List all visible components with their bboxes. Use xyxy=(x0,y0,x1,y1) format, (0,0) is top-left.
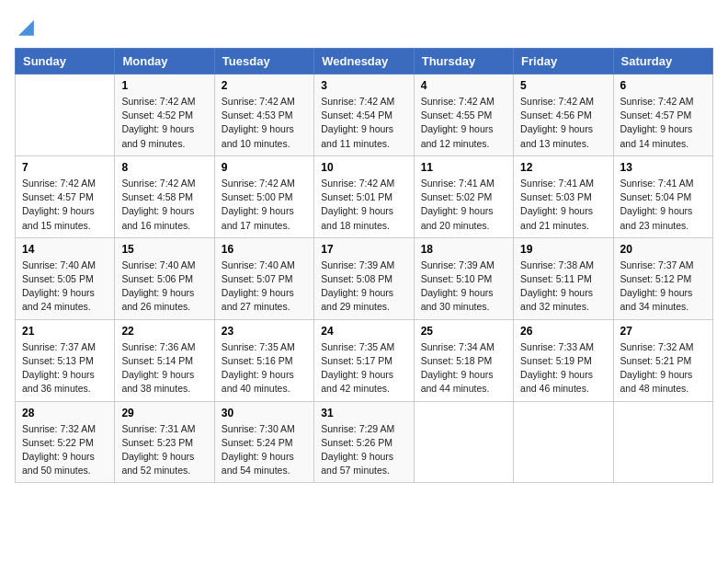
calendar-cell: 17Sunrise: 7:39 AMSunset: 5:08 PMDayligh… xyxy=(314,237,414,319)
day-info: Sunrise: 7:40 AMSunset: 5:06 PMDaylight:… xyxy=(121,259,207,315)
day-info: Sunrise: 7:41 AMSunset: 5:04 PMDaylight:… xyxy=(620,177,706,233)
day-info: Sunrise: 7:32 AMSunset: 5:22 PMDaylight:… xyxy=(22,422,108,478)
calendar-cell: 16Sunrise: 7:40 AMSunset: 5:07 PMDayligh… xyxy=(214,237,313,319)
day-info: Sunrise: 7:30 AMSunset: 5:24 PMDaylight:… xyxy=(222,422,307,478)
day-number: 29 xyxy=(121,407,207,419)
page-header: ◢ xyxy=(15,15,713,39)
calendar-cell: 4Sunrise: 7:42 AMSunset: 4:55 PMDaylight… xyxy=(414,75,513,156)
calendar-header-row: SundayMondayTuesdayWednesdayThursdayFrid… xyxy=(16,49,713,75)
day-info: Sunrise: 7:32 AMSunset: 5:21 PMDaylight:… xyxy=(620,340,706,396)
calendar-cell: 14Sunrise: 7:40 AMSunset: 5:05 PMDayligh… xyxy=(16,237,115,319)
calendar-cell: 30Sunrise: 7:30 AMSunset: 5:24 PMDayligh… xyxy=(214,401,313,483)
day-number: 19 xyxy=(520,243,606,256)
calendar-cell: 22Sunrise: 7:36 AMSunset: 5:14 PMDayligh… xyxy=(115,319,214,401)
day-info: Sunrise: 7:42 AMSunset: 5:01 PMDaylight:… xyxy=(321,177,406,233)
day-number: 25 xyxy=(421,325,506,338)
day-info: Sunrise: 7:42 AMSunset: 4:54 PMDaylight:… xyxy=(321,95,406,151)
day-info: Sunrise: 7:40 AMSunset: 5:07 PMDaylight:… xyxy=(222,259,307,315)
calendar-cell xyxy=(613,401,712,483)
calendar-cell: 11Sunrise: 7:41 AMSunset: 5:02 PMDayligh… xyxy=(414,155,513,237)
day-info: Sunrise: 7:35 AMSunset: 5:16 PMDaylight:… xyxy=(222,340,307,396)
day-number: 10 xyxy=(321,161,406,174)
calendar-cell: 28Sunrise: 7:32 AMSunset: 5:22 PMDayligh… xyxy=(16,401,115,483)
calendar-cell: 1Sunrise: 7:42 AMSunset: 4:52 PMDaylight… xyxy=(115,75,214,156)
calendar-week-row: 1Sunrise: 7:42 AMSunset: 4:52 PMDaylight… xyxy=(16,75,713,156)
day-number: 2 xyxy=(222,79,307,92)
calendar-cell: 27Sunrise: 7:32 AMSunset: 5:21 PMDayligh… xyxy=(613,319,712,401)
col-header-sunday: Sunday xyxy=(16,49,115,75)
col-header-thursday: Thursday xyxy=(414,49,513,75)
day-number: 31 xyxy=(321,407,406,419)
day-number: 7 xyxy=(22,161,108,174)
day-info: Sunrise: 7:42 AMSunset: 4:55 PMDaylight:… xyxy=(421,95,506,151)
day-number: 27 xyxy=(620,325,706,338)
day-number: 22 xyxy=(121,325,207,338)
day-info: Sunrise: 7:37 AMSunset: 5:12 PMDaylight:… xyxy=(620,259,706,315)
day-info: Sunrise: 7:42 AMSunset: 5:00 PMDaylight:… xyxy=(222,177,307,233)
col-header-friday: Friday xyxy=(514,49,613,75)
calendar-week-row: 14Sunrise: 7:40 AMSunset: 5:05 PMDayligh… xyxy=(16,237,713,319)
day-number: 4 xyxy=(421,79,506,92)
calendar-cell: 2Sunrise: 7:42 AMSunset: 4:53 PMDaylight… xyxy=(214,75,313,156)
col-header-wednesday: Wednesday xyxy=(314,49,414,75)
day-number: 20 xyxy=(620,243,706,256)
day-info: Sunrise: 7:37 AMSunset: 5:13 PMDaylight:… xyxy=(22,340,108,396)
logo: ◢ xyxy=(15,15,34,39)
calendar-cell: 7Sunrise: 7:42 AMSunset: 4:57 PMDaylight… xyxy=(16,155,115,237)
day-number: 16 xyxy=(222,243,307,256)
calendar-cell: 6Sunrise: 7:42 AMSunset: 4:57 PMDaylight… xyxy=(613,75,712,156)
day-info: Sunrise: 7:39 AMSunset: 5:08 PMDaylight:… xyxy=(321,259,406,315)
day-number: 18 xyxy=(421,243,506,256)
calendar-cell xyxy=(514,401,613,483)
day-info: Sunrise: 7:42 AMSunset: 4:58 PMDaylight:… xyxy=(121,177,207,233)
day-number: 23 xyxy=(222,325,307,338)
calendar-table: SundayMondayTuesdayWednesdayThursdayFrid… xyxy=(15,48,713,483)
calendar-cell: 26Sunrise: 7:33 AMSunset: 5:19 PMDayligh… xyxy=(514,319,613,401)
day-info: Sunrise: 7:42 AMSunset: 4:57 PMDaylight:… xyxy=(22,177,108,233)
day-number: 26 xyxy=(520,325,606,338)
day-number: 5 xyxy=(520,79,606,92)
day-info: Sunrise: 7:42 AMSunset: 4:56 PMDaylight:… xyxy=(520,95,606,151)
calendar-cell: 10Sunrise: 7:42 AMSunset: 5:01 PMDayligh… xyxy=(314,155,414,237)
logo-bird-icon: ◢ xyxy=(18,15,34,39)
day-info: Sunrise: 7:41 AMSunset: 5:02 PMDaylight:… xyxy=(421,177,506,233)
calendar-week-row: 21Sunrise: 7:37 AMSunset: 5:13 PMDayligh… xyxy=(16,319,713,401)
calendar-cell xyxy=(414,401,513,483)
calendar-cell: 5Sunrise: 7:42 AMSunset: 4:56 PMDaylight… xyxy=(514,75,613,156)
day-info: Sunrise: 7:34 AMSunset: 5:18 PMDaylight:… xyxy=(421,340,506,396)
day-info: Sunrise: 7:39 AMSunset: 5:10 PMDaylight:… xyxy=(421,259,506,315)
day-info: Sunrise: 7:29 AMSunset: 5:26 PMDaylight:… xyxy=(321,422,406,478)
day-number: 6 xyxy=(620,79,706,92)
day-number: 1 xyxy=(121,79,207,92)
calendar-cell xyxy=(16,75,115,156)
day-number: 14 xyxy=(22,243,108,256)
day-number: 17 xyxy=(321,243,406,256)
calendar-cell: 31Sunrise: 7:29 AMSunset: 5:26 PMDayligh… xyxy=(314,401,414,483)
calendar-cell: 29Sunrise: 7:31 AMSunset: 5:23 PMDayligh… xyxy=(115,401,214,483)
calendar-cell: 23Sunrise: 7:35 AMSunset: 5:16 PMDayligh… xyxy=(214,319,313,401)
col-header-monday: Monday xyxy=(115,49,214,75)
calendar-cell: 18Sunrise: 7:39 AMSunset: 5:10 PMDayligh… xyxy=(414,237,513,319)
day-info: Sunrise: 7:31 AMSunset: 5:23 PMDaylight:… xyxy=(121,422,207,478)
calendar-cell: 9Sunrise: 7:42 AMSunset: 5:00 PMDaylight… xyxy=(214,155,313,237)
day-number: 8 xyxy=(121,161,207,174)
day-info: Sunrise: 7:41 AMSunset: 5:03 PMDaylight:… xyxy=(520,177,606,233)
day-number: 28 xyxy=(22,407,108,419)
day-info: Sunrise: 7:36 AMSunset: 5:14 PMDaylight:… xyxy=(121,340,207,396)
day-number: 30 xyxy=(222,407,307,419)
day-info: Sunrise: 7:33 AMSunset: 5:19 PMDaylight:… xyxy=(520,340,606,396)
day-number: 9 xyxy=(222,161,307,174)
day-info: Sunrise: 7:42 AMSunset: 4:57 PMDaylight:… xyxy=(620,95,706,151)
calendar-cell: 21Sunrise: 7:37 AMSunset: 5:13 PMDayligh… xyxy=(16,319,115,401)
day-number: 15 xyxy=(121,243,207,256)
calendar-week-row: 28Sunrise: 7:32 AMSunset: 5:22 PMDayligh… xyxy=(16,401,713,483)
day-info: Sunrise: 7:35 AMSunset: 5:17 PMDaylight:… xyxy=(321,340,406,396)
day-info: Sunrise: 7:42 AMSunset: 4:52 PMDaylight:… xyxy=(121,95,207,151)
calendar-cell: 25Sunrise: 7:34 AMSunset: 5:18 PMDayligh… xyxy=(414,319,513,401)
calendar-cell: 19Sunrise: 7:38 AMSunset: 5:11 PMDayligh… xyxy=(514,237,613,319)
day-number: 11 xyxy=(421,161,506,174)
col-header-saturday: Saturday xyxy=(613,49,712,75)
day-info: Sunrise: 7:40 AMSunset: 5:05 PMDaylight:… xyxy=(22,259,108,315)
day-number: 13 xyxy=(620,161,706,174)
calendar-cell: 12Sunrise: 7:41 AMSunset: 5:03 PMDayligh… xyxy=(514,155,613,237)
